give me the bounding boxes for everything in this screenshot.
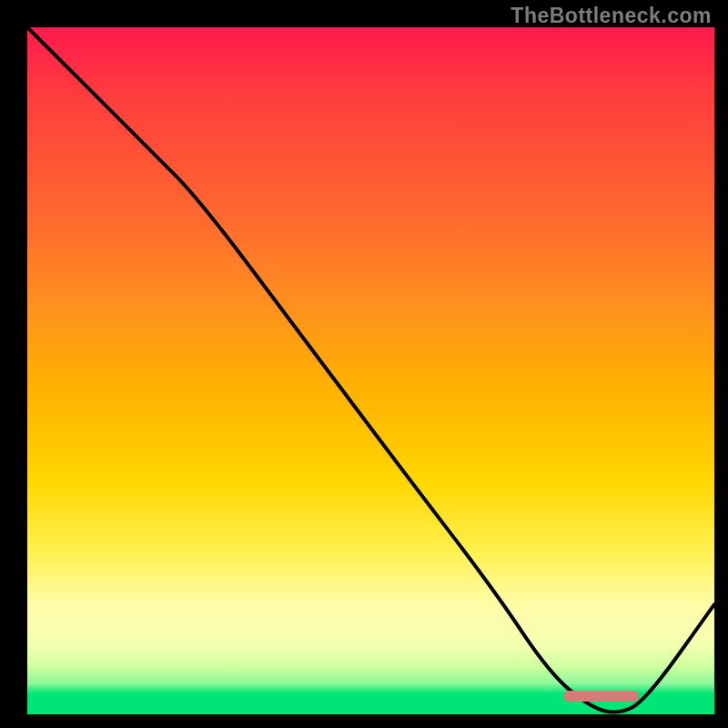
plot-area — [27, 27, 714, 714]
optimal-range-marker — [563, 691, 639, 702]
chart-frame: TheBottleneck.com — [0, 0, 728, 728]
bottleneck-curve — [27, 27, 714, 714]
watermark-text: TheBottleneck.com — [511, 4, 712, 28]
